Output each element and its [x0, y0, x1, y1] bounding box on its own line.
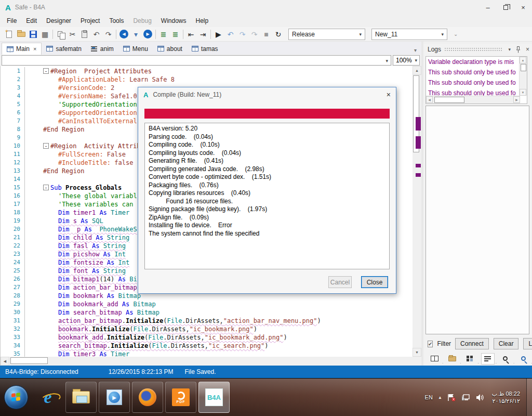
taskbar-foxit-button[interactable]: PDF	[165, 382, 196, 413]
member-navigation-select[interactable]: ▾	[2, 55, 391, 66]
scroll-up-icon[interactable]: ▲	[413, 66, 421, 75]
close-button[interactable]: Close	[361, 276, 388, 288]
tab-close-icon[interactable]: ×	[33, 46, 36, 52]
dialog-title-bar[interactable]: A Compile (Build: New_11) ×	[138, 87, 396, 102]
tab-main[interactable]: Main×	[2, 43, 42, 55]
outdent-button[interactable]: ⇤	[185, 29, 197, 40]
scroll-left-icon[interactable]: ◀	[426, 96, 433, 103]
paste-button[interactable]	[78, 29, 90, 40]
scroll-right-icon[interactable]: ▶	[513, 96, 520, 103]
tab-about[interactable]: about	[153, 43, 187, 55]
rebuild-button[interactable]: ↻	[272, 29, 284, 40]
build-configuration-select[interactable]: Release ▾	[288, 29, 365, 40]
drag-grip[interactable]	[444, 47, 502, 51]
undo-button[interactable]: ↶	[90, 29, 102, 40]
open-file-button[interactable]	[15, 29, 27, 40]
fold-collapse-icon[interactable]: -	[43, 143, 49, 149]
search-icon[interactable]	[499, 353, 512, 365]
connect-button[interactable]: Connect	[455, 338, 489, 349]
filter-checkbox[interactable]: ✔	[428, 341, 433, 347]
hidden-icons-chevron[interactable]: ▲	[438, 395, 442, 400]
code-text: -#Region Activity Attribu	[31, 142, 144, 150]
book-icon[interactable]	[428, 353, 441, 365]
scroll-down-icon[interactable]: ▼	[413, 348, 421, 357]
menu-edit[interactable]: Edit	[21, 15, 42, 27]
build-target-select[interactable]: New_11 ▾	[371, 29, 447, 40]
save-button[interactable]	[27, 29, 39, 40]
action-center-flag-icon[interactable]	[447, 394, 456, 401]
navigate-forward-button[interactable]: ▶	[142, 29, 154, 40]
list-button[interactable]: List I	[523, 338, 532, 349]
copy-button[interactable]	[55, 29, 66, 40]
tab-safematn[interactable]: safematn	[42, 43, 86, 55]
logs-icon[interactable]	[481, 353, 495, 365]
warning-item[interactable]: This sub should only be used fo	[426, 67, 527, 77]
logs-panel-header[interactable]: Logs ▾ ×	[423, 44, 532, 55]
scrollbar-thumb[interactable]	[521, 64, 526, 71]
find-module-button[interactable]: ▦	[39, 29, 51, 40]
scrollbar-thumb[interactable]	[10, 357, 48, 364]
tab-menu[interactable]: Menu	[118, 43, 153, 55]
restore-button[interactable]	[497, 0, 514, 15]
fold-collapse-icon[interactable]: -	[43, 68, 49, 74]
menu-designer[interactable]: Designer	[42, 15, 76, 27]
find-references-icon[interactable]	[516, 353, 530, 365]
taskbar-internet-explorer-button[interactable]: e	[32, 382, 63, 413]
scrollbar-thumb[interactable]	[434, 97, 464, 103]
start-button[interactable]	[4, 385, 28, 409]
comment-button[interactable]: ≣	[157, 29, 169, 40]
stop-button[interactable]: ■	[260, 29, 272, 40]
navigate-back-dropdown[interactable]: ▾	[130, 29, 142, 40]
run-button[interactable]: ▶	[212, 29, 224, 40]
menu-file[interactable]: File	[2, 15, 21, 27]
menu-help[interactable]: Help	[191, 15, 214, 27]
close-button[interactable]: ×	[514, 0, 532, 15]
tab-anim[interactable]: anim	[86, 43, 118, 55]
tab-tamas[interactable]: tamas	[187, 43, 223, 55]
tray-clock[interactable]: ب.ظ 08:22 ۲۰۱۵/۲۶/۱۲	[492, 390, 520, 405]
step-over-button[interactable]: ↷	[248, 29, 260, 40]
indent-button[interactable]: ⇥	[197, 29, 209, 40]
files-folder-icon[interactable]	[445, 353, 459, 365]
modules-icon[interactable]	[463, 353, 476, 365]
dialog-close-icon[interactable]: ×	[387, 90, 391, 99]
close-panel-icon[interactable]: ×	[526, 46, 529, 53]
pin-icon[interactable]	[516, 46, 521, 53]
warnings-vertical-scrollbar[interactable]: ▲ ▼	[519, 57, 527, 96]
network-icon[interactable]	[461, 394, 471, 401]
toolbar-overflow-icon[interactable]: ⌄	[454, 31, 458, 37]
menu-tools[interactable]: Tools	[104, 15, 128, 27]
redo-button[interactable]: ↷	[102, 29, 114, 40]
warning-item[interactable]: Variable declaration type is mis	[426, 57, 527, 67]
warning-item[interactable]: This sub should only be used fo	[426, 77, 527, 88]
uncomment-button[interactable]: ≣	[169, 29, 181, 40]
panel-menu-dropdown-icon[interactable]: ▾	[508, 47, 511, 52]
volume-icon[interactable]	[476, 394, 485, 401]
show-desktop-button[interactable]	[526, 379, 532, 416]
menu-windows[interactable]: Windows	[156, 15, 191, 27]
warnings-list[interactable]: Variable declaration type is misThis sub…	[425, 56, 527, 104]
scroll-down-icon[interactable]: ▼	[520, 89, 526, 96]
editor-horizontal-scrollbar[interactable]: ◀	[1, 357, 413, 366]
taskbar-firefox-button[interactable]	[132, 382, 163, 413]
taskbar-explorer-button[interactable]	[65, 382, 97, 413]
step-into-button[interactable]: ↷	[236, 29, 248, 40]
scroll-up-icon[interactable]: ▲	[520, 57, 526, 63]
warnings-horizontal-scrollbar[interactable]: ◀ ▶	[426, 96, 520, 103]
minimize-button[interactable]: –	[479, 0, 497, 15]
resume-button[interactable]: ↶	[224, 29, 236, 40]
log-output-area[interactable]	[425, 106, 529, 334]
zoom-select[interactable]: 100% ▾	[393, 55, 420, 66]
editor-vertical-scrollbar[interactable]: ▲ ▼	[413, 66, 421, 357]
language-indicator[interactable]: EN	[425, 394, 433, 400]
cut-button[interactable]: ✂	[66, 29, 78, 40]
menu-project[interactable]: Project	[76, 15, 104, 27]
navigate-back-button[interactable]: ◀	[118, 29, 130, 40]
clear-button[interactable]: Clear	[494, 338, 519, 349]
scroll-left-icon[interactable]: ◀	[1, 357, 9, 366]
new-file-button[interactable]: ✶	[3, 29, 15, 40]
taskbar-b4a-button[interactable]: B4A	[198, 382, 230, 413]
fold-collapse-icon[interactable]: -	[43, 185, 49, 190]
taskbar-media-player-button[interactable]: ▶	[99, 382, 130, 413]
line-number: 3	[1, 84, 24, 92]
